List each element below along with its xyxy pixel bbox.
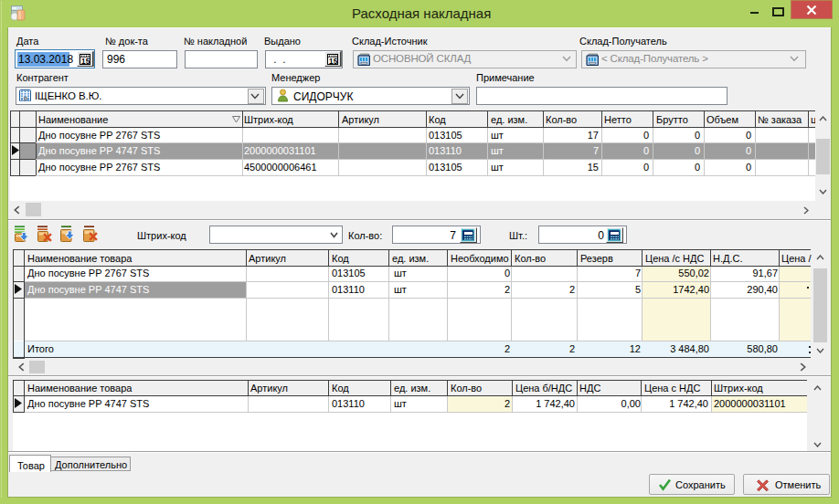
svg-text:15: 15 [329,58,338,65]
svg-text:15: 15 [81,58,90,65]
